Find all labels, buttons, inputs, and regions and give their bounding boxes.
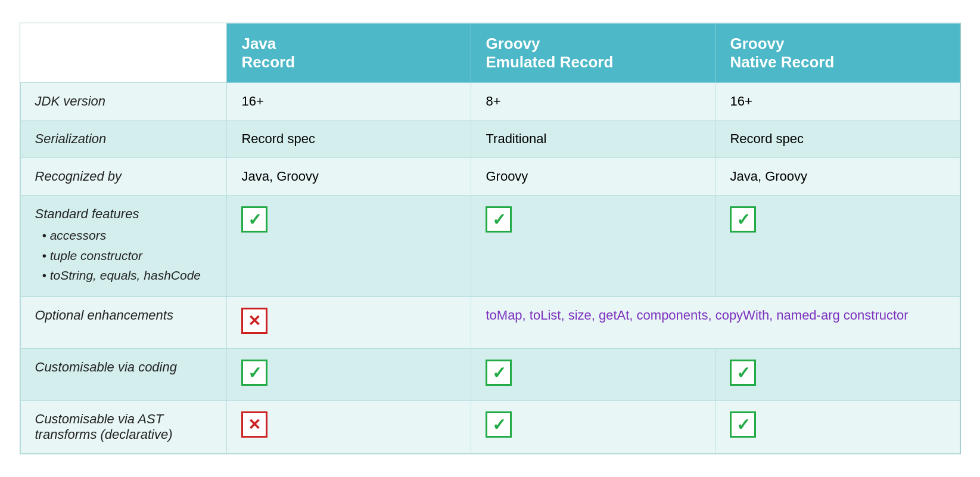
table-row: Customisable via coding [20, 348, 960, 400]
java-cell: Record spec [227, 120, 471, 158]
table-row: Optional enhancementstoMap, toList, size… [20, 296, 960, 348]
table-row: JDK version16+8+16+ [20, 83, 960, 120]
table-row: SerializationRecord specTraditionalRecor… [20, 120, 960, 158]
java-cell: 16+ [227, 83, 471, 120]
table-row: Standard featuresaccessorstuple construc… [20, 196, 960, 297]
table-row: Customisable via AST transforms (declara… [20, 400, 960, 453]
groovy-emulated-cell: Groovy [471, 158, 715, 196]
row-label-cell: Serialization [20, 120, 227, 158]
check-icon [730, 206, 756, 233]
row-label-cell: JDK version [20, 83, 227, 120]
groovy-native-cell: 16+ [715, 83, 960, 120]
groovy-emulated-cell [471, 348, 715, 400]
row-label-cell: Customisable via coding [20, 348, 227, 400]
groovy-native-cell [715, 196, 960, 297]
check-icon [486, 411, 512, 438]
header-java-record: Java Record [227, 24, 471, 83]
optional-enhancements-text: toMap, toList, size, getAt, components, … [486, 308, 908, 323]
groovy-native-cell: Java, Groovy [715, 158, 960, 196]
check-icon [730, 411, 756, 438]
check-icon [241, 206, 267, 233]
header-groovy-emulated: Groovy Emulated Record [471, 24, 715, 83]
groovy-emulated-cell: toMap, toList, size, getAt, components, … [471, 296, 960, 348]
row-label-cell: Optional enhancements [20, 296, 227, 348]
groovy-native-cell [715, 400, 960, 453]
row-label-cell: Customisable via AST transforms (declara… [20, 400, 227, 453]
groovy-emulated-cell [471, 196, 715, 297]
groovy-native-cell: Record spec [715, 120, 960, 158]
java-cell [227, 400, 471, 453]
header-empty [20, 24, 227, 83]
java-cell [227, 348, 471, 400]
groovy-emulated-cell [471, 400, 715, 453]
check-icon [241, 360, 267, 386]
comparison-table: Java Record Groovy Emulated Record Groov… [20, 23, 960, 454]
check-icon [730, 360, 756, 386]
cross-icon [241, 411, 267, 438]
groovy-emulated-cell: 8+ [471, 83, 715, 120]
groovy-native-cell [715, 348, 960, 400]
check-icon [486, 360, 512, 386]
cross-icon [241, 308, 267, 334]
java-cell [227, 296, 471, 348]
check-icon [486, 206, 512, 233]
comparison-table-wrapper: Java Record Groovy Emulated Record Groov… [20, 23, 961, 454]
row-label-cell: Standard featuresaccessorstuple construc… [20, 196, 227, 297]
java-cell [227, 196, 471, 297]
groovy-emulated-cell: Traditional [471, 120, 715, 158]
header-groovy-native: Groovy Native Record [715, 24, 960, 83]
row-label-cell: Recognized by [20, 158, 227, 196]
table-row: Recognized byJava, GroovyGroovyJava, Gro… [20, 158, 960, 196]
java-cell: Java, Groovy [227, 158, 471, 196]
